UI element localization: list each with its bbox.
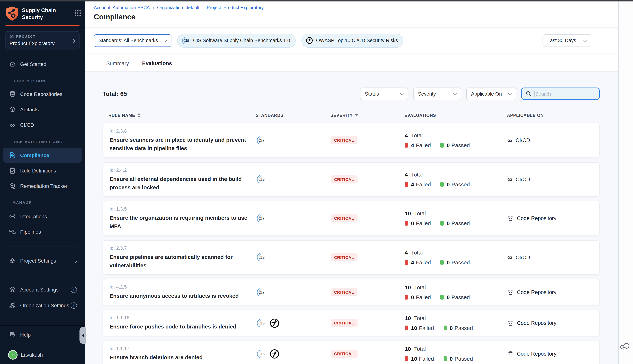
sidebar-item-get-started[interactable]: Get Started	[3, 57, 82, 72]
sort-desc-icon[interactable]	[355, 114, 358, 116]
severity-badge: CRITICAL	[331, 254, 357, 262]
sort-icon[interactable]	[137, 113, 140, 118]
search-box	[521, 88, 600, 100]
app-grid-icon[interactable]	[74, 10, 81, 16]
rule-id: Id: 1.3.5	[110, 206, 252, 212]
table-row[interactable]: Id: 4.2.5 Ensure anonymous access to art…	[102, 279, 600, 306]
table-row[interactable]: Id: 2.4.2 Ensure all external dependenci…	[102, 162, 600, 197]
sidebar-user-menu[interactable]: L Lavakush	[3, 348, 82, 362]
rule-id: Id: 2.4.2	[110, 167, 252, 173]
chat-support-button[interactable]	[620, 341, 631, 352]
sidebar-collapse-handle[interactable]	[80, 327, 86, 344]
project-selector[interactable]: PROJECT Product Exploratory	[6, 31, 80, 50]
rule-name: Ensure pipelines are automatically scann…	[110, 252, 252, 270]
sidebar-item-label: Organization Settings	[20, 302, 69, 308]
owasp-chip[interactable]: OWASP Top 10 CI/CD Security Risks	[302, 34, 404, 48]
column-header-rule-name[interactable]: RULE NAME	[102, 113, 256, 118]
sidebar: Supply Chain Security PROJECT Product Ex…	[0, 2, 85, 364]
info-icon[interactable]: i	[71, 302, 77, 308]
severity-badge: CRITICAL	[331, 350, 357, 358]
owasp-logo-icon	[306, 36, 313, 44]
sidebar-item-cicd[interactable]: ∞ CI/CD	[3, 118, 82, 132]
standards-filter-select[interactable]: Standards: All Benchmarks	[94, 34, 172, 47]
sidebar-item-rule-definitions[interactable]: Rule Definitions	[3, 163, 82, 178]
breadcrumb-organization-link[interactable]: Organization: default	[157, 5, 200, 10]
sidebar-item-label: Remediation Tracker	[20, 183, 68, 189]
code-repository-icon	[507, 320, 514, 326]
chevron-down-icon	[163, 38, 168, 42]
document-search-icon	[9, 152, 16, 159]
sidebar-item-artifacts[interactable]: Artifacts	[3, 102, 82, 117]
chevron-down-icon	[453, 91, 457, 95]
failed-indicator	[405, 326, 408, 330]
failed-indicator	[405, 143, 408, 148]
table-row[interactable]: Id: 2.3.8 Ensure scanners are in place t…	[102, 123, 600, 158]
table-toolbar: Total: 65 Status Severity Applicable On	[102, 88, 600, 100]
sidebar-item-compliance[interactable]: Compliance	[3, 148, 82, 162]
window-top-strip	[0, 0, 633, 2]
sidebar-item-remediation-tracker[interactable]: Remediation Tracker	[3, 179, 82, 193]
applicable-on-filter-select[interactable]: Applicable On	[466, 88, 516, 100]
table-row[interactable]: Id: 2.3.7 Ensure pipelines are automatic…	[102, 240, 600, 275]
sidebar-item-help[interactable]: ? Help	[3, 328, 82, 342]
sidebar-item-account-settings[interactable]: Account Settings i	[3, 282, 82, 297]
cis-standard-icon: CIS	[256, 318, 266, 328]
svg-text:CIS: CIS	[258, 290, 265, 294]
evaluations-cell: 10 Total 10Failed 0Passed	[405, 315, 507, 331]
sidebar-item-label: Project Settings	[20, 258, 56, 264]
column-header-evaluations: EVALUATIONS	[404, 113, 507, 118]
chevron-down-icon	[508, 91, 512, 95]
code-repository-icon	[507, 289, 514, 295]
chevron-right-icon	[74, 259, 78, 263]
standards-filter-row: Standards: All Benchmarks CIS CIS Softwa…	[85, 28, 618, 53]
sidebar-item-label: Compliance	[20, 152, 49, 158]
date-range-select[interactable]: Last 30 Days	[542, 34, 591, 47]
table-row[interactable]: Id: 1.1.16 Ensure force pushes code to b…	[102, 310, 600, 336]
passed-indicator	[440, 295, 444, 300]
cis-standard-icon: CIS	[256, 287, 266, 297]
evaluations-cell: 4 Total 4Failed 0Passed	[405, 132, 507, 148]
cis-standard-icon: CIS	[256, 136, 266, 146]
clipboard-check-icon	[9, 167, 16, 174]
breadcrumb-account-link[interactable]: Account: Automation-SSCA	[94, 5, 150, 10]
tab-evaluations[interactable]: Evaluations	[142, 54, 173, 73]
svg-text:CIS: CIS	[258, 255, 265, 259]
search-input[interactable]	[534, 91, 595, 97]
status-filter-select[interactable]: Status	[360, 88, 408, 100]
cis-benchmark-chip[interactable]: CIS CIS Software Supply Chain Benchmarks…	[177, 34, 296, 48]
help-chat-icon: ?	[9, 331, 16, 338]
column-header-severity[interactable]: SEVERITY	[330, 113, 404, 118]
failed-indicator	[405, 182, 408, 187]
applicable-on-cell: Code Repository	[507, 320, 599, 326]
search-icon	[526, 91, 532, 97]
code-repository-icon	[9, 90, 16, 98]
table-row[interactable]: Id: 1.3.5 Ensure the organization is req…	[102, 201, 600, 236]
org-settings-icon	[9, 302, 16, 309]
severity-filter-select[interactable]: Severity	[413, 88, 461, 100]
info-icon[interactable]: i	[71, 286, 77, 293]
rule-id: Id: 4.2.5	[110, 284, 252, 290]
tab-summary[interactable]: Summary	[106, 54, 130, 73]
total-count: Total: 65	[102, 90, 127, 97]
evaluations-cell: 10 Total 10Failed 0Passed	[405, 346, 507, 362]
breadcrumb-separator: ›	[202, 5, 204, 10]
rule-id: Id: 1.1.16	[110, 315, 252, 320]
cis-standard-icon: CIS	[256, 214, 266, 224]
svg-text:CIS: CIS	[258, 138, 265, 142]
severity-badge: CRITICAL	[331, 288, 357, 296]
svg-text:CIS: CIS	[258, 352, 265, 356]
breadcrumb-project-link[interactable]: Project: Product Exploratory	[206, 5, 264, 10]
table-row[interactable]: Id: 1.1.17 Ensure branch deletions are d…	[102, 340, 600, 364]
app-title: Supply Chain Security	[22, 6, 56, 21]
sidebar-item-pipelines[interactable]: Pipelines	[3, 224, 82, 239]
chevron-down-icon	[400, 91, 404, 95]
sidebar-section-risk-and-compliance: RISK AND COMPLIANCE	[12, 140, 66, 144]
sidebar-item-label: Pipelines	[20, 229, 41, 235]
passed-indicator	[440, 260, 444, 265]
evaluations-cell: 10 Total 0Failed 0Passed	[405, 210, 507, 226]
sidebar-item-code-repositories[interactable]: Code Repositories	[3, 87, 82, 102]
sidebar-item-project-settings[interactable]: Project Settings	[3, 254, 82, 268]
integrations-icon	[9, 213, 16, 220]
sidebar-item-integrations[interactable]: Integrations	[3, 209, 82, 224]
sidebar-item-organization-settings[interactable]: Organization Settings i	[3, 298, 82, 313]
